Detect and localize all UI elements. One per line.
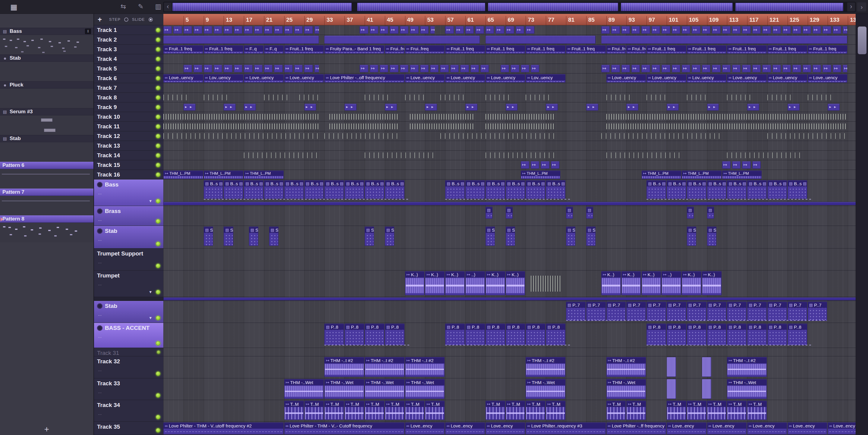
track-mode-icon[interactable] xyxy=(97,228,102,234)
track-header[interactable]: Track 9 xyxy=(94,102,163,112)
clip-ticks[interactable] xyxy=(601,133,721,139)
playlist-options-button[interactable]: › xyxy=(857,2,866,11)
ruler-bar-label[interactable]: 117 xyxy=(747,16,758,25)
clip-pat[interactable]: ▤P..8 xyxy=(767,324,787,345)
clip-auto[interactable]: ∞Fruit..1 freq xyxy=(284,45,324,54)
clip-auto[interactable]: ∞Love..ency xyxy=(828,422,856,434)
clip-pat[interactable]: ▤P..8 xyxy=(787,324,807,345)
track-header[interactable]: Track 12 xyxy=(94,131,163,141)
clip-tri[interactable]: ▸ ▸ xyxy=(304,104,316,110)
clip-auto[interactable]: ∞Fruit..1 freq xyxy=(687,45,727,54)
clip-wav[interactable]: ↦THM -..Wet xyxy=(365,379,404,399)
scroll-overview-track[interactable] xyxy=(173,3,846,11)
clip-wav[interactable]: ↦K..) xyxy=(702,271,721,295)
clip-auto[interactable]: ∞Lov..uency xyxy=(204,74,244,82)
clip-pat[interactable]: ▤S. xyxy=(269,227,278,246)
clip-auto[interactable]: ∞Love..uency xyxy=(767,74,807,82)
clip-pat[interactable]: ▤P..8 xyxy=(385,324,404,345)
clip-tri[interactable]: ▸ ▸ xyxy=(506,104,518,110)
playlist-lane[interactable] xyxy=(163,297,856,301)
playlist-menu-grid-icon[interactable]: ▦ xyxy=(9,3,19,11)
clip-pat[interactable]: ▤ xyxy=(506,207,513,219)
timeline-ruler[interactable]: 5913172125293337414549535761656973778185… xyxy=(163,14,856,25)
track-led-icon[interactable] xyxy=(156,163,160,167)
clip-pat2[interactable]: ▤B..s▤B.. xyxy=(304,180,324,199)
clip-pat[interactable]: ▤P..8 xyxy=(486,324,505,345)
pattern-item[interactable]: Pattern 8 xyxy=(0,215,93,223)
clip-auto[interactable]: ∞Frui..freq xyxy=(607,45,626,54)
track-header[interactable]: Track 3 xyxy=(94,44,163,54)
clip-dash[interactable] xyxy=(647,199,812,200)
pattern-item[interactable]: ▤Stab xyxy=(0,135,93,142)
clip-pat2[interactable]: ▤B..s▤B.. xyxy=(284,180,304,199)
clip-auto[interactable]: ∞Fruit..1 freq xyxy=(727,45,767,54)
clip-pat[interactable]: ▤S. xyxy=(385,227,394,246)
clip-auto[interactable]: ∞Fruit..1 freq xyxy=(204,45,244,54)
track-led-icon[interactable] xyxy=(156,66,160,71)
playlist-lane[interactable]: ↦↦↦↦↦↦↦↦ xyxy=(163,160,856,170)
track-header[interactable]: Stab... xyxy=(94,226,163,248)
track-header[interactable]: Track 16 xyxy=(94,170,163,179)
clip-pat2[interactable]: ▤B..s▤B.. xyxy=(546,180,565,199)
clip-tri[interactable]: ▸ ▸ xyxy=(425,104,437,110)
playlist-lane[interactable]: ▤B..s▤B..▤B..s▤B..▤B..s▤B..▤B..s▤B..▤B..… xyxy=(163,179,856,206)
clip-pat[interactable]: ▤P..7 xyxy=(566,302,586,321)
track-header[interactable]: Track 33... xyxy=(94,378,163,400)
pencil-icon[interactable]: ✎ xyxy=(135,2,146,11)
playlist-lane[interactable]: ▤S.▤S.▤S.▤S.▤S.▤S.▤S.▤S.▤S.▤S.▤S.▤S. xyxy=(163,226,856,248)
clip-marks[interactable]: ↦↦↦↦↦↦↦↦↦↦↦↦↦ xyxy=(360,65,490,72)
track-header[interactable]: Bass...▾ xyxy=(94,179,163,206)
clip-pat[interactable]: ▤S. xyxy=(204,227,213,246)
clip-pulse[interactable]: ↦T..M xyxy=(385,401,404,420)
clip-auto[interactable]: ∞Fruit..1 freq xyxy=(647,45,686,54)
playlist-lane[interactable]: ↦THM_L..PM↦THM_L..PM↦THM_L..PM↦THM_L..PM… xyxy=(163,170,856,179)
playlist-lane[interactable] xyxy=(163,248,856,270)
track-led-icon[interactable] xyxy=(156,86,160,90)
clip-pat2[interactable]: ▤B..s▤B.. xyxy=(747,180,767,199)
pattern-item[interactable]: Stab xyxy=(0,55,93,62)
clip-pat[interactable]: ▤S. xyxy=(365,227,374,246)
pattern-badge[interactable]: I xyxy=(85,29,91,34)
clip-ticks[interactable] xyxy=(163,133,319,139)
track-header[interactable]: Track 14 xyxy=(94,150,163,160)
clip-pat[interactable]: ▤P..8 xyxy=(647,324,666,345)
clip-pat[interactable]: ▤P..7 xyxy=(647,302,666,321)
clip-auto[interactable]: ∞Fruit..1 freq xyxy=(163,45,203,54)
track-led-icon[interactable] xyxy=(156,316,160,320)
clip-pat[interactable]: ▤S. xyxy=(224,227,233,246)
clip-dash[interactable] xyxy=(204,199,410,200)
clip-ticks[interactable] xyxy=(204,95,228,100)
clip-pat2[interactable]: ▤B..s▤B.. xyxy=(204,180,223,199)
clip-auto[interactable]: ∞Love Philter..requency #3 xyxy=(526,422,606,434)
clip-nwav[interactable]: ↦THM_L..PM xyxy=(163,170,203,179)
clip-wav[interactable]: ↦K..) xyxy=(682,271,701,295)
clip-ticks[interactable] xyxy=(647,95,666,100)
clip-pat[interactable]: ▤P..7 xyxy=(767,302,787,321)
clip-pat[interactable]: ▤P..8 xyxy=(667,324,686,345)
clip-pat[interactable]: ▤P..7 xyxy=(808,302,827,321)
playlist-lane[interactable] xyxy=(163,35,856,44)
clip-wav[interactable]: ↦THM -..Wet xyxy=(607,379,646,399)
clip-wav[interactable]: ↦THM -..t #2 xyxy=(405,357,445,377)
ruler-bar-label[interactable]: 125 xyxy=(787,16,799,25)
clip-pulse[interactable]: ↦T..M xyxy=(607,401,626,420)
track-header[interactable]: Track 8 xyxy=(94,93,163,102)
clip-pulse[interactable]: ↦T..M xyxy=(425,401,444,420)
playlist-lane[interactable]: ▸ ▸▸ ▸▸ ▸▸ ▸▸ ▸▸ ▸▸ ▸▸ ▸▸ ▸▸ ▸▸ ▸▸ ▸▸ ▸▸… xyxy=(163,102,856,112)
track-header[interactable]: Track 35 xyxy=(94,422,163,435)
clip-pat2[interactable]: ▤B..s▤B.. xyxy=(727,180,747,199)
clip-ticks[interactable] xyxy=(727,153,802,158)
playlist-lane[interactable]: ▤P..8▤P..8▤P..8▤P..8▤P..8▤P..8▤P..8▤P..8… xyxy=(163,323,856,348)
clip-bstrip[interactable] xyxy=(163,202,856,205)
playlist-lane[interactable] xyxy=(163,141,856,150)
track-led-icon[interactable] xyxy=(156,172,160,177)
clip-nwav[interactable]: ↦THM_L..PM xyxy=(204,170,244,179)
chevron-down-icon[interactable]: ▾ xyxy=(149,289,152,295)
clip-pulse[interactable]: ↦T..M xyxy=(667,401,686,420)
track-mode-icon[interactable] xyxy=(97,182,102,188)
clip-pat[interactable]: ▤P..8 xyxy=(365,324,384,345)
track-led-icon[interactable] xyxy=(156,124,160,129)
ruler-bar-label[interactable]: 21 xyxy=(264,16,273,25)
ruler-bar-label[interactable]: 49 xyxy=(405,16,413,25)
track-mode-icon[interactable] xyxy=(97,208,102,214)
